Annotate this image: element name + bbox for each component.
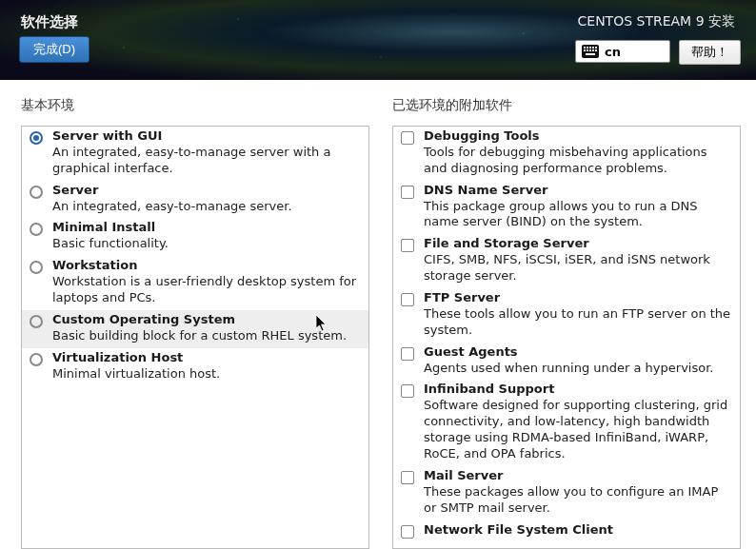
env-item-desc: Basic functionality. xyxy=(52,236,361,252)
svg-rect-7 xyxy=(587,49,588,51)
addons-list: Debugging ToolsTools for debugging misbe… xyxy=(392,126,741,549)
svg-rect-3 xyxy=(589,47,591,49)
svg-rect-10 xyxy=(595,49,597,51)
svg-rect-8 xyxy=(589,49,591,51)
addon-item-desc: These packages allow you to configure an… xyxy=(424,484,732,517)
base-env-item[interactable]: Virtualization HostMinimal virtualizatio… xyxy=(22,348,368,386)
checkbox-icon[interactable] xyxy=(401,293,414,306)
env-item-title: Server xyxy=(52,183,361,199)
env-item-desc: Minimal virtualization host. xyxy=(52,366,361,382)
addon-item-desc: This package group allows you to run a D… xyxy=(424,199,732,231)
svg-rect-5 xyxy=(595,47,597,49)
addon-item-desc: These tools allow you to run an FTP serv… xyxy=(424,306,732,339)
addon-item[interactable]: FTP ServerThese tools allow you to run a… xyxy=(393,288,740,343)
base-env-item[interactable]: Server with GUIAn integrated, easy-to-ma… xyxy=(22,127,368,181)
base-env-item[interactable]: WorkstationWorkstation is a user-friendl… xyxy=(22,256,368,310)
radio-icon[interactable] xyxy=(30,315,43,328)
svg-rect-6 xyxy=(584,49,586,51)
installer-title: CENTOS STREAM 9 安装 xyxy=(578,13,735,30)
checkbox-icon[interactable] xyxy=(401,471,414,484)
radio-icon[interactable] xyxy=(30,261,43,274)
svg-rect-1 xyxy=(584,47,586,49)
svg-rect-9 xyxy=(592,49,594,51)
addon-item-title: Infiniband Support xyxy=(424,382,732,398)
addon-item-title: Guest Agents xyxy=(424,344,732,361)
base-environment-heading: 基本环境 xyxy=(21,97,369,114)
done-button[interactable]: 完成(D) xyxy=(19,36,90,63)
env-item-title: Workstation xyxy=(52,258,361,274)
radio-icon[interactable] xyxy=(30,353,43,366)
keyboard-layout-selector[interactable]: cn xyxy=(575,40,670,63)
env-item-title: Virtualization Host xyxy=(52,350,361,366)
radio-icon[interactable] xyxy=(30,131,43,145)
env-item-title: Custom Operating System xyxy=(52,312,361,328)
addon-item-desc: Agents used when running under a hypervi… xyxy=(424,361,732,377)
addon-item-desc: Software designed for supporting cluster… xyxy=(424,398,732,462)
checkbox-icon[interactable] xyxy=(401,384,414,398)
base-env-item[interactable]: ServerAn integrated, easy-to-manage serv… xyxy=(22,181,368,219)
svg-rect-4 xyxy=(592,47,594,49)
addon-item[interactable]: Mail ServerThese packages allow you to c… xyxy=(393,466,740,520)
radio-icon[interactable] xyxy=(30,223,43,236)
addon-item[interactable]: DNS Name ServerThis package group allows… xyxy=(393,181,740,235)
addon-item-title: DNS Name Server xyxy=(424,183,732,199)
checkbox-icon[interactable] xyxy=(401,239,414,252)
keyboard-layout-code: cn xyxy=(605,45,621,59)
addons-column: 已选环境的附加软件 Debugging ToolsTools for debug… xyxy=(392,97,741,549)
checkbox-icon[interactable] xyxy=(401,525,414,539)
env-item-desc: Workstation is a user-friendly desktop s… xyxy=(52,274,361,306)
base-environment-column: 基本环境 Server with GUIAn integrated, easy-… xyxy=(21,97,369,549)
addon-item-desc: Tools for debugging misbehaving applicat… xyxy=(424,145,732,177)
addon-item[interactable]: Debugging ToolsTools for debugging misbe… xyxy=(393,127,740,181)
env-item-desc: Basic building block for a custom RHEL s… xyxy=(52,328,361,344)
checkbox-icon[interactable] xyxy=(401,347,414,361)
addon-item[interactable]: Network File System Client xyxy=(393,520,740,542)
checkbox-icon[interactable] xyxy=(401,131,414,145)
content-area: 基本环境 Server with GUIAn integrated, easy-… xyxy=(0,80,756,549)
addon-item[interactable]: File and Storage ServerCIFS, SMB, NFS, i… xyxy=(393,234,740,288)
base-environment-list: Server with GUIAn integrated, easy-to-ma… xyxy=(21,126,369,549)
env-item-title: Minimal Install xyxy=(52,220,361,236)
base-env-item[interactable]: Minimal InstallBasic functionality. xyxy=(22,218,368,256)
addon-item-title: Debugging Tools xyxy=(424,128,732,145)
page-title: 软件选择 xyxy=(21,13,78,31)
base-env-item[interactable]: Custom Operating SystemBasic building bl… xyxy=(22,310,368,348)
env-item-desc: An integrated, easy-to-manage server wit… xyxy=(52,145,361,177)
addon-item[interactable]: Guest AgentsAgents used when running und… xyxy=(393,343,740,381)
addon-item-title: File and Storage Server xyxy=(424,236,732,252)
addon-item[interactable]: Infiniband SupportSoftware designed for … xyxy=(393,380,740,465)
installer-header: 软件选择 完成(D) CENTOS STREAM 9 安装 cn 帮助！ xyxy=(0,0,756,80)
help-button[interactable]: 帮助！ xyxy=(679,40,741,65)
addons-heading: 已选环境的附加软件 xyxy=(392,97,741,114)
addon-item-desc: CIFS, SMB, NFS, iSCSI, iSER, and iSNS ne… xyxy=(424,252,732,284)
addon-item-title: FTP Server xyxy=(424,290,732,306)
svg-rect-2 xyxy=(587,47,588,49)
addon-item-title: Mail Server xyxy=(424,468,732,484)
keyboard-icon xyxy=(582,45,599,58)
env-item-title: Server with GUI xyxy=(52,128,361,145)
checkbox-icon[interactable] xyxy=(401,186,414,199)
addon-item-title: Network File System Client xyxy=(424,522,732,539)
radio-icon[interactable] xyxy=(30,186,43,199)
env-item-desc: An integrated, easy-to-manage server. xyxy=(52,199,361,215)
svg-rect-11 xyxy=(586,53,595,55)
